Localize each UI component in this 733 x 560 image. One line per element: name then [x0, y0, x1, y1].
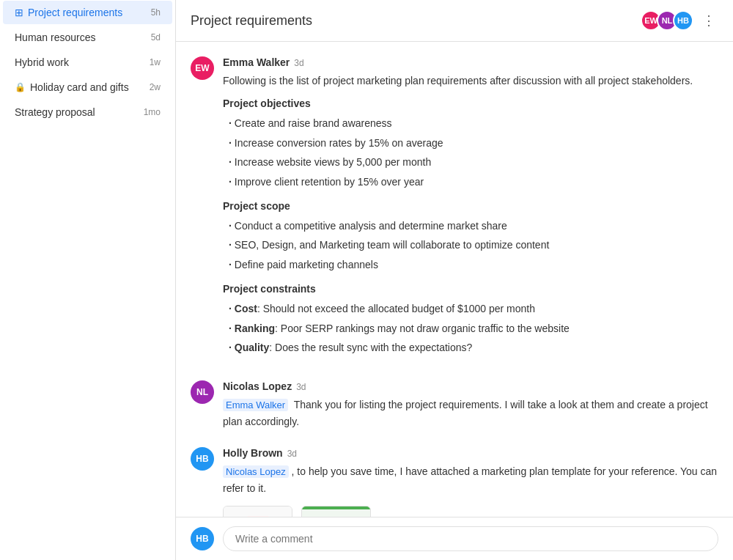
avatar-holly: HB: [191, 447, 214, 471]
header-actions: EW NL HB ⋮: [641, 10, 718, 31]
sidebar-item-meta: 5d: [151, 32, 161, 43]
sidebar-item-hybrid-work[interactable]: Hybrid work 1w: [3, 51, 172, 74]
sidebar-item-strategy-proposal[interactable]: Strategy proposal 1mo: [3, 100, 172, 124]
avatar-nicolas: NL: [191, 380, 214, 404]
comment-text: Nicolas Lopez , to help you save time, I…: [223, 463, 718, 496]
comment-holly-brown: HB Holly Brown 3d Nicolas Lopez , to hel…: [191, 447, 718, 517]
list-item: Define paid marketing channels: [229, 255, 718, 274]
comment-author: Holly Brown: [223, 447, 283, 459]
sidebar-item-label: Strategy proposal: [15, 106, 139, 118]
comment-header: Emma Walker 3d: [223, 56, 718, 68]
constraints-list: Cost: Should not exceed the allocated bu…: [223, 299, 718, 357]
attachment-preview-pdf: PDF: [224, 506, 292, 517]
section-title-constraints: Project constraints: [223, 283, 718, 295]
list-item: Increase website views by 5,000 per mont…: [229, 152, 718, 172]
comment-time: 3d: [296, 382, 306, 392]
mention-nicolas: Nicolas Lopez: [223, 465, 289, 478]
list-item: Create and raise brand awareness: [229, 114, 718, 133]
header: Project requirements EW NL HB ⋮: [176, 0, 733, 42]
avatar-group: EW NL HB: [641, 10, 693, 31]
comment-body-holly: Holly Brown 3d Nicolas Lopez , to help y…: [223, 447, 718, 517]
sidebar-item-meta: 1mo: [144, 107, 161, 117]
list-item: Conduct a competitive analysis and deter…: [229, 216, 718, 235]
sidebar-item-meta: 5h: [151, 7, 161, 18]
avatar-emma: EW: [191, 56, 214, 80]
main-panel: Project requirements EW NL HB ⋮ EW Emma …: [176, 0, 733, 560]
comment-text: Emma Walker Thank you for listing the pr…: [223, 397, 718, 430]
comment-emma-walker: EW Emma Walker 3d Following is the list …: [191, 56, 718, 363]
sidebar-item-project-requirements[interactable]: ⊞ Project requirements 5h: [3, 1, 172, 24]
current-user-avatar: HB: [191, 527, 214, 550]
content-area: EW Emma Walker 3d Following is the list …: [176, 42, 733, 517]
sidebar-item-label: Project requirements: [28, 7, 147, 18]
attachments: PDF Marketing-plan... Proof this file 2h: [223, 506, 718, 517]
page-title: Project requirements: [191, 13, 641, 29]
comment-author: Emma Walker: [223, 56, 290, 68]
comment-author: Nicolas Lopez: [223, 380, 292, 392]
list-item: Increase conversion rates by 15% on aver…: [229, 133, 718, 152]
sidebar-item-label: Human resources: [15, 32, 147, 43]
svg-rect-0: [246, 516, 270, 517]
list-item: SEO, Design, and Marketing team will col…: [229, 235, 718, 254]
attachment-image[interactable]: Proof Marketing-stra... Proof this file …: [301, 506, 371, 517]
list-item: Cost: Should not exceed the allocated bu…: [229, 299, 718, 318]
attachment-pdf[interactable]: PDF Marketing-plan... Proof this file 2h: [223, 506, 292, 517]
comment-body-nicolas: Nicolas Lopez 3d Emma Walker Thank you f…: [223, 380, 718, 430]
comment-time: 3d: [294, 58, 303, 68]
scope-list: Conduct a competitive analysis and deter…: [223, 216, 718, 274]
comment-input-area: HB: [176, 517, 733, 560]
green-bar: [302, 506, 370, 509]
attachment-preview-image: Proof: [302, 506, 370, 517]
mention-emma: Emma Walker: [223, 399, 288, 411]
avatar-hb: HB: [673, 10, 693, 31]
sidebar: ⊞ Project requirements 5h Human resource…: [0, 0, 176, 560]
sidebar-item-meta: 2w: [150, 82, 161, 92]
comment-header: Holly Brown 3d: [223, 447, 718, 459]
list-item: Ranking: Poor SERP rankings may not draw…: [229, 319, 718, 338]
list-item: Improve client retention by 15% over yea…: [229, 172, 718, 191]
hex-diagram-svg: [307, 514, 366, 517]
comment-nicolas-lopez: NL Nicolas Lopez 3d Emma Walker Thank yo…: [191, 380, 718, 430]
sidebar-item-label: Holiday card and gifts: [30, 81, 145, 93]
lock-icon: 🔒: [15, 82, 26, 92]
section-title-objectives: Project objectives: [223, 97, 718, 109]
comment-body-emma: Emma Walker 3d Following is the list of …: [223, 56, 718, 363]
objectives-list: Create and raise brand awareness Increas…: [223, 114, 718, 191]
sidebar-item-human-resources[interactable]: Human resources 5d: [3, 26, 172, 49]
comment-intro: Following is the list of project marketi…: [223, 73, 718, 89]
comment-header: Nicolas Lopez 3d: [223, 380, 718, 392]
comment-input[interactable]: [223, 526, 718, 551]
sidebar-item-holiday-card[interactable]: 🔒 Holiday card and gifts 2w: [3, 75, 172, 99]
sidebar-item-meta: 1w: [150, 57, 161, 67]
list-item: Quality: Does the result sync with the e…: [229, 338, 718, 357]
pdf-icon: PDF: [246, 516, 270, 517]
sidebar-item-label: Hybrid work: [15, 56, 145, 68]
task-icon: ⊞: [15, 7, 23, 18]
comment-time: 3d: [287, 449, 297, 459]
more-button[interactable]: ⋮: [699, 12, 718, 29]
section-title-scope: Project scope: [223, 200, 718, 212]
